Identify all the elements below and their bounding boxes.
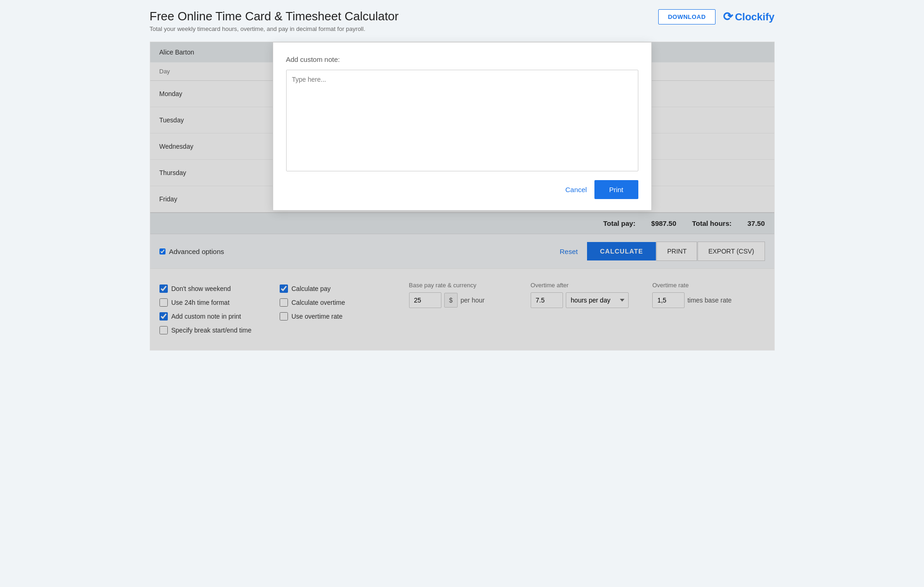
modal-overlay: Add custom note: Cancel Print [150, 42, 774, 350]
page-title: Free Online Time Card & Timesheet Calcul… [150, 9, 399, 24]
modal-print-button[interactable]: Print [594, 180, 638, 199]
logo-icon: ⟳ [723, 10, 733, 24]
page-header: Free Online Time Card & Timesheet Calcul… [150, 9, 775, 32]
modal-actions: Cancel Print [286, 180, 638, 199]
header-left: Free Online Time Card & Timesheet Calcul… [150, 9, 399, 32]
logo-text: Clockify [735, 11, 775, 23]
modal-cancel-button[interactable]: Cancel [565, 186, 587, 194]
page-subtitle: Total your weekly timecard hours, overti… [150, 25, 399, 32]
download-button[interactable]: DOWNLOAD [658, 9, 716, 24]
custom-note-textarea[interactable] [286, 70, 638, 171]
main-card: Alice Barton Day Start time End ti Monda… [150, 42, 775, 351]
logo: ⟳ Clockify [723, 10, 775, 24]
modal-title: Add custom note: [286, 55, 638, 63]
custom-note-modal: Add custom note: Cancel Print [273, 42, 652, 211]
header-right: DOWNLOAD ⟳ Clockify [658, 9, 775, 24]
